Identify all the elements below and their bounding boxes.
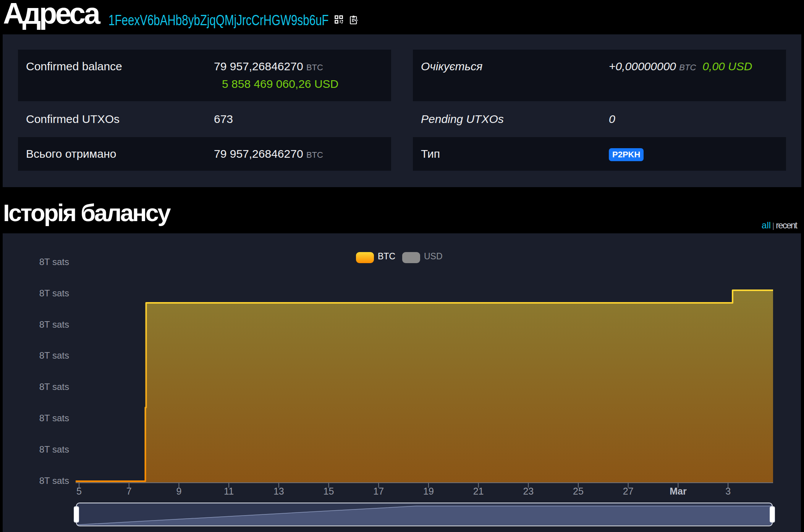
stat-label: Confirmed UTXOs (18, 113, 214, 126)
range-all-link[interactable]: all (762, 220, 771, 230)
btc-balance-area (76, 290, 773, 482)
btc-amount: +0,00000000 (609, 60, 676, 73)
page-header: Адреса1FeexV6bAHb8ybZjqQMjJrcCrHGW9sb6uF (0, 0, 804, 34)
stat-row-total-received: Всього отримано 79 957,26846270 BTC (18, 137, 391, 171)
y-axis-label: 8T sats (39, 319, 69, 330)
x-axis-label: 11 (224, 486, 234, 496)
y-axis-label: 8T sats (39, 257, 69, 267)
balance-history-chart: 8T sats8T sats8T sats8T sats8T sats8T sa… (3, 233, 801, 532)
btc-amount: 79 957,26846270 (214, 60, 303, 73)
stat-label: Pending UTXOs (413, 113, 609, 126)
stat-row-pending-utxos: Pending UTXOs 0 (413, 101, 786, 137)
address-link[interactable]: 1FeexV6bAHb8ybZjqQMjJrcCrHGW9sb6uF (108, 13, 329, 27)
stats-pending-column: Очікується +0,00000000 BTC0,00 USD Pendi… (413, 50, 786, 172)
copy-to-clipboard-icon[interactable] (349, 15, 358, 24)
y-axis-label: 8T sats (39, 444, 69, 454)
qr-code-icon[interactable] (334, 15, 343, 24)
x-axis-label: 3 (725, 486, 731, 496)
chart-zoom-slider[interactable] (74, 503, 775, 526)
stat-value: 0 (609, 113, 615, 126)
stat-row-confirmed-utxos: Confirmed UTXOs 673 (18, 101, 391, 137)
slider-handle-left[interactable] (74, 506, 79, 522)
legend-swatch (356, 252, 374, 263)
x-axis-label: 17 (373, 486, 384, 496)
x-axis-label: 7 (126, 486, 132, 496)
legend-item-usd[interactable]: USD (402, 251, 443, 264)
page-title: Адреса (3, 0, 99, 28)
x-axis: 579111315171921232527Mar3 (76, 482, 731, 496)
x-axis-label: 23 (523, 486, 534, 496)
usd-amount: 0,00 USD (702, 60, 752, 73)
legend-label: BTC (378, 251, 395, 261)
address-type-badge: P2PKH (609, 148, 644, 161)
balance-history-header: Історія балансу all|recent (0, 188, 801, 233)
stat-row-confirmed-balance: Confirmed balance 79 957,26846270 BTC 5 … (18, 50, 391, 101)
range-separator: | (772, 222, 774, 230)
y-axis-label: 8T sats (39, 350, 69, 361)
y-axis-label: 8T sats (39, 288, 69, 298)
slider-handle-right[interactable] (770, 506, 775, 522)
stat-value: 673 (214, 113, 233, 126)
y-axis-label: 8T sats (39, 382, 69, 392)
chart-legend: BTCUSD (356, 251, 443, 264)
x-axis-label: 19 (423, 486, 434, 496)
stat-value: +0,00000000 BTC0,00 USD (609, 58, 752, 76)
x-axis-label: 21 (473, 486, 484, 496)
address-stats-panel: Confirmed balance 79 957,26846270 BTC 5 … (3, 34, 801, 187)
stat-row-type: Тип P2PKH (413, 137, 786, 171)
legend-label: USD (424, 251, 443, 261)
range-recent-link[interactable]: recent (776, 220, 797, 230)
stat-label: Очікується (413, 58, 609, 74)
btc-unit: BTC (306, 63, 323, 72)
stat-row-expected: Очікується +0,00000000 BTC0,00 USD (413, 50, 786, 101)
y-axis-label: 8T sats (39, 475, 69, 486)
stat-value: 79 957,26846270 BTC 5 858 469 060,26 USD (214, 58, 338, 92)
balance-history-title: Історія балансу (3, 201, 170, 225)
btc-unit: BTC (679, 63, 696, 72)
stat-label: Всього отримано (18, 147, 214, 160)
balance-history-chart-panel: 8T sats8T sats8T sats8T sats8T sats8T sa… (3, 233, 801, 532)
stats-confirmed-column: Confirmed balance 79 957,26846270 BTC 5 … (18, 50, 391, 172)
x-axis-label: 25 (573, 486, 584, 496)
legend-swatch (402, 252, 420, 263)
chart-range-links: all|recent (762, 221, 797, 230)
stat-value: 79 957,26846270 BTC (214, 147, 323, 160)
x-axis-label: 27 (623, 486, 634, 496)
legend-item-btc[interactable]: BTC (356, 251, 395, 264)
x-axis-label: 9 (176, 486, 181, 496)
x-axis-label: 15 (324, 486, 334, 496)
y-axis-label: 8T sats (39, 413, 69, 423)
btc-amount: 79 957,26846270 (214, 147, 303, 160)
usd-amount: 5 858 469 060,26 USD (214, 76, 338, 92)
stat-label: Confirmed balance (18, 58, 214, 74)
stat-label: Тип (413, 147, 609, 160)
y-axis-labels: 8T sats8T sats8T sats8T sats8T sats8T sa… (39, 257, 69, 486)
x-axis-label: 13 (273, 486, 284, 496)
stat-value: P2PKH (609, 147, 644, 161)
btc-unit: BTC (306, 150, 323, 160)
x-axis-label: Mar (670, 486, 687, 496)
x-axis-label: 5 (76, 486, 82, 496)
